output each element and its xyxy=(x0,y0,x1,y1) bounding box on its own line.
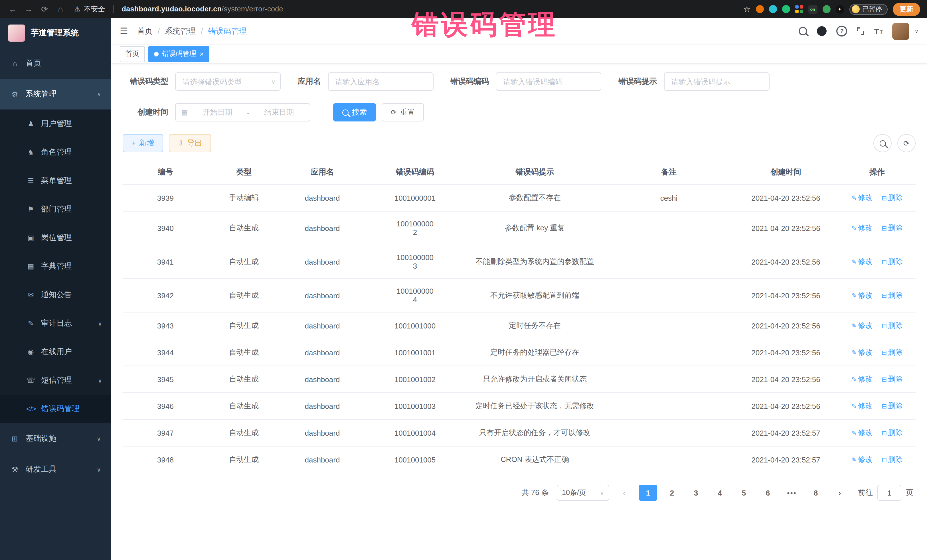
reset-button[interactable]: ⟳ 重置 xyxy=(381,103,424,121)
paused-label: 已暂停 xyxy=(862,5,882,14)
delete-link[interactable]: ⊟删除 xyxy=(881,291,903,299)
more-pages-button[interactable]: ••• xyxy=(783,485,801,501)
delete-link[interactable]: ⊟删除 xyxy=(881,375,903,383)
delete-link[interactable]: ⊟删除 xyxy=(881,193,903,202)
extension-icon-teal[interactable] xyxy=(769,5,777,13)
page-button-3[interactable]: 3 xyxy=(687,485,705,501)
help-icon[interactable]: ? xyxy=(837,26,847,36)
error-type-select-input[interactable] xyxy=(176,77,271,86)
github-icon[interactable] xyxy=(817,26,827,36)
search-button[interactable]: 搜索 xyxy=(333,103,376,121)
delete-link[interactable]: ⊟删除 xyxy=(881,321,903,329)
sidebar-item-departments[interactable]: ⚑ 部门管理 xyxy=(0,195,111,223)
back-icon[interactable]: ← xyxy=(7,5,18,14)
search-icon[interactable] xyxy=(799,27,807,35)
edit-link[interactable]: ✎修改 xyxy=(851,401,872,410)
delete-link[interactable]: ⊟删除 xyxy=(881,223,903,232)
sidebar-item-menus[interactable]: ☰ 菜单管理 xyxy=(0,167,111,195)
prev-page-button[interactable]: ‹ xyxy=(615,485,633,501)
next-page-button[interactable]: › xyxy=(831,485,849,501)
sidebar-item-error-codes[interactable]: </> 错误码管理 xyxy=(0,395,111,423)
logo[interactable]: 芋道管理系统 xyxy=(0,18,111,48)
edit-link[interactable]: ✎修改 xyxy=(851,291,872,299)
page-button-2[interactable]: 2 xyxy=(663,485,681,501)
sidebar-item-users[interactable]: ♟ 用户管理 xyxy=(0,109,111,138)
update-button[interactable]: 更新 xyxy=(893,3,920,16)
date-range-picker[interactable]: ▦ 开始日期 - 结束日期 xyxy=(175,103,310,121)
error-code-field[interactable] xyxy=(496,73,601,91)
end-date-placeholder[interactable]: 结束日期 xyxy=(254,107,304,117)
home-icon[interactable]: ⌂ xyxy=(55,5,66,14)
sidebar-item-positions[interactable]: ▣ 岗位管理 xyxy=(0,223,111,252)
sidebar-item-audit-logs[interactable]: ✎ 审计日志 ∨ xyxy=(0,309,111,338)
start-date-placeholder[interactable]: 开始日期 xyxy=(193,107,242,117)
extension-icon-grid[interactable] xyxy=(795,5,803,13)
sidebar-item-infrastructure[interactable]: ⊞ 基础设施 ∨ xyxy=(0,423,111,454)
caret-down-icon[interactable]: ∨ xyxy=(915,28,918,34)
edit-link[interactable]: ✎修改 xyxy=(851,348,872,357)
refresh-table-button[interactable]: ⟳ xyxy=(897,134,916,152)
sidebar-toggle-icon[interactable]: ☰ xyxy=(120,26,128,36)
edit-link[interactable]: ✎修改 xyxy=(851,193,872,202)
edit-link[interactable]: ✎修改 xyxy=(851,428,872,437)
delete-link[interactable]: ⊟删除 xyxy=(881,257,903,266)
bookmark-star-icon[interactable]: ☆ xyxy=(743,5,751,14)
extension-icon-leaf[interactable] xyxy=(822,5,830,13)
edit-link[interactable]: ✎修改 xyxy=(851,375,872,383)
tag-error-codes[interactable]: 错误码管理 × xyxy=(148,46,209,62)
goto-page-input[interactable] xyxy=(877,485,901,501)
table-row: 3942 自动生成 dashboard 100100000 4 不允许获取敏感配… xyxy=(123,279,916,312)
edit-link[interactable]: ✎修改 xyxy=(851,223,872,232)
cell-remark xyxy=(605,279,733,312)
edit-link[interactable]: ✎修改 xyxy=(851,455,872,464)
extension-icon-orange[interactable] xyxy=(755,5,764,13)
sidebar-item-notices[interactable]: ✉ 通知公告 xyxy=(0,281,111,309)
avatar[interactable] xyxy=(892,23,910,39)
error-message-field[interactable] xyxy=(664,73,769,91)
page-button-1[interactable]: 1 xyxy=(639,485,657,501)
sidebar-item-dev-tools[interactable]: ⚒ 研发工具 ∨ xyxy=(0,454,111,485)
error-type-select[interactable]: ∨ xyxy=(175,73,281,91)
forward-icon[interactable]: → xyxy=(23,5,34,14)
app-name-input[interactable] xyxy=(328,77,433,86)
error-code-input[interactable] xyxy=(496,77,601,86)
export-button[interactable]: ⇩ 导出 xyxy=(169,134,211,152)
delete-link[interactable]: ⊟删除 xyxy=(881,455,903,464)
sidebar-item-online-users[interactable]: ◉ 在线用户 xyxy=(0,338,111,366)
toggle-search-button[interactable] xyxy=(873,134,892,152)
add-button[interactable]: + 新增 xyxy=(123,134,163,152)
reload-icon[interactable]: ⟳ xyxy=(39,5,50,14)
page-button-4[interactable]: 4 xyxy=(711,485,729,501)
delete-link[interactable]: ⊟删除 xyxy=(881,428,903,437)
delete-link[interactable]: ⊟删除 xyxy=(881,401,903,410)
close-icon[interactable]: × xyxy=(200,50,204,57)
cell-id: 3942 xyxy=(123,279,208,312)
sidebar-item-home[interactable]: ⌂ 首页 xyxy=(0,48,111,79)
page-button-8[interactable]: 8 xyxy=(807,485,825,501)
app-name-field[interactable] xyxy=(328,73,433,91)
edit-icon: ✎ xyxy=(851,322,857,329)
sidebar-item-system[interactable]: ⚙ 系统管理 ∧ xyxy=(0,79,111,109)
edit-link[interactable]: ✎修改 xyxy=(851,321,872,329)
security-indicator[interactable]: ⚠ 不安全 xyxy=(74,4,105,14)
extension-icon-on-badge[interactable]: on xyxy=(808,5,817,14)
profile-paused-pill[interactable]: 已暂停 xyxy=(849,4,887,15)
page-size-select[interactable]: 10条/页 ∨ xyxy=(557,485,609,501)
page-button-6[interactable]: 6 xyxy=(759,485,777,501)
delete-link[interactable]: ⊟删除 xyxy=(881,348,903,357)
address-bar[interactable]: dashboard.yudao.iocoder.cn/system/error-… xyxy=(122,5,283,13)
extension-icon-green-check[interactable] xyxy=(782,5,790,13)
tag-home[interactable]: 首页 xyxy=(120,46,145,62)
breadcrumb-item-home[interactable]: 首页 xyxy=(137,26,153,36)
breadcrumb-item-system[interactable]: 系统管理 xyxy=(165,26,196,36)
sidebar-item-roles[interactable]: ♞ 角色管理 xyxy=(0,138,111,167)
filter-label: 创建时间 xyxy=(123,107,168,117)
sidebar-item-dictionary[interactable]: ▤ 字典管理 xyxy=(0,252,111,281)
extension-icon-pin[interactable]: ✦ xyxy=(836,5,844,14)
error-message-input[interactable] xyxy=(664,77,769,86)
fullscreen-icon[interactable] xyxy=(857,27,865,35)
sidebar-item-sms[interactable]: ☏ 短信管理 ∨ xyxy=(0,366,111,395)
edit-link[interactable]: ✎修改 xyxy=(851,257,872,266)
font-size-icon[interactable]: T T xyxy=(874,27,883,35)
page-button-5[interactable]: 5 xyxy=(735,485,753,501)
